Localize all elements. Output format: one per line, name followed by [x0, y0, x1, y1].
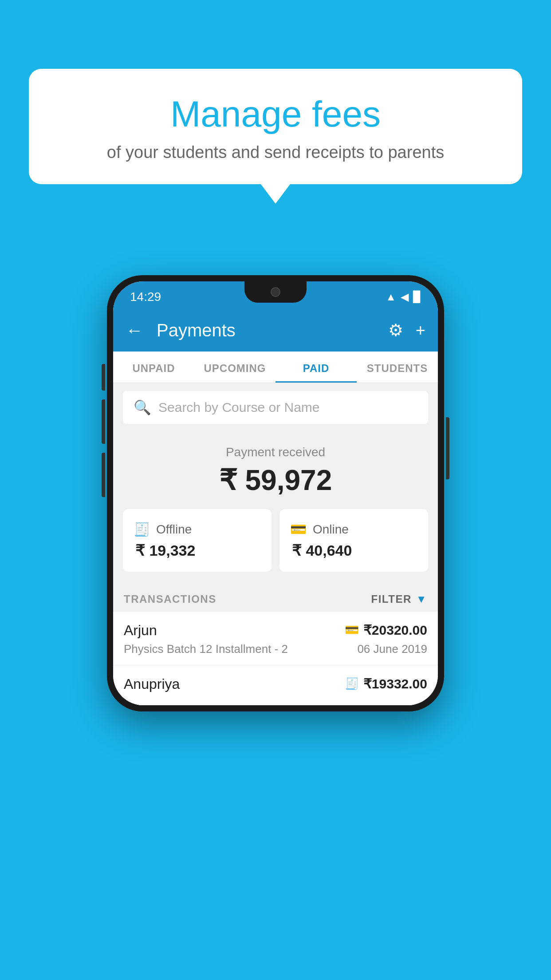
transaction-name: Arjun	[124, 622, 157, 639]
online-icon: 💳	[290, 522, 307, 537]
back-button[interactable]: ←	[126, 320, 143, 340]
side-button-1	[102, 364, 105, 391]
payment-amount: ₹ 59,972	[113, 464, 438, 497]
online-amount: ₹ 40,640	[290, 541, 417, 559]
offline-label: Offline	[156, 522, 192, 537]
offline-card-header: 🧾 Offline	[134, 522, 261, 537]
payment-label: Payment received	[113, 445, 438, 459]
payment-type-icon: 🧾	[345, 677, 359, 691]
filter-label: FILTER	[371, 593, 412, 605]
transaction-amount: ₹20320.00	[363, 622, 427, 638]
offline-icon: 🧾	[134, 522, 150, 537]
add-icon[interactable]: +	[416, 321, 425, 340]
payment-summary: Payment received ₹ 59,972	[113, 432, 438, 509]
side-button-2	[102, 399, 105, 444]
phone-wrapper: 14:29 ▲ ◀ ▉ ← Payments ⚙ + UNPAID UPCO	[107, 275, 444, 711]
transaction-course: Physics Batch 12 Installment - 2	[124, 642, 288, 656]
transactions-label: TRANSACTIONS	[124, 593, 216, 605]
settings-icon[interactable]: ⚙	[388, 320, 403, 340]
tab-students[interactable]: STUDENTS	[357, 352, 438, 383]
app-title: Payments	[157, 320, 379, 340]
online-card-header: 💳 Online	[290, 522, 417, 537]
offline-amount: ₹ 19,332	[134, 541, 261, 559]
transaction-row-top: Arjun 💳 ₹20320.00	[124, 622, 427, 639]
phone-screen: 14:29 ▲ ◀ ▉ ← Payments ⚙ + UNPAID UPCO	[113, 281, 438, 705]
offline-card: 🧾 Offline ₹ 19,332	[123, 509, 272, 572]
filter-icon: ▼	[416, 593, 427, 605]
side-button-3	[102, 453, 105, 497]
table-row[interactable]: Anupriya 🧾 ₹19332.00	[113, 665, 438, 705]
app-bar-icons: ⚙ +	[388, 320, 425, 340]
status-icons: ▲ ◀ ▉	[386, 291, 421, 303]
online-label: Online	[313, 522, 349, 537]
search-container: 🔍 Search by Course or Name	[113, 383, 438, 432]
payment-cards: 🧾 Offline ₹ 19,332 💳 Online ₹ 40,640	[113, 509, 438, 584]
online-card: 💳 Online ₹ 40,640	[279, 509, 428, 572]
app-bar: ← Payments ⚙ +	[113, 309, 438, 352]
transaction-amount: ₹19332.00	[363, 676, 427, 692]
search-box[interactable]: 🔍 Search by Course or Name	[123, 391, 428, 424]
signal-icon: ◀	[401, 291, 409, 303]
transaction-amount-area: 🧾 ₹19332.00	[345, 676, 427, 692]
status-time: 14:29	[130, 290, 161, 304]
speech-bubble-container: Manage fees of your students and send re…	[29, 69, 522, 184]
table-row[interactable]: Arjun 💳 ₹20320.00 Physics Batch 12 Insta…	[113, 612, 438, 665]
battery-icon: ▉	[413, 291, 421, 303]
tab-upcoming[interactable]: UPCOMING	[194, 352, 276, 383]
transaction-date: 06 June 2019	[357, 642, 427, 656]
transaction-name: Anupriya	[124, 676, 180, 692]
camera-dot	[271, 287, 280, 297]
transaction-row-top: Anupriya 🧾 ₹19332.00	[124, 676, 427, 692]
speech-bubble: Manage fees of your students and send re…	[29, 69, 522, 184]
search-icon: 🔍	[134, 399, 151, 416]
bubble-title: Manage fees	[55, 93, 496, 135]
tabs-bar: UNPAID UPCOMING PAID STUDENTS	[113, 352, 438, 383]
transaction-row-bottom: Physics Batch 12 Installment - 2 06 June…	[124, 642, 427, 656]
transaction-list: Arjun 💳 ₹20320.00 Physics Batch 12 Insta…	[113, 612, 438, 705]
search-input[interactable]: Search by Course or Name	[158, 400, 320, 415]
tab-unpaid[interactable]: UNPAID	[113, 352, 194, 383]
side-button-right	[446, 417, 449, 479]
phone-notch	[244, 281, 307, 303]
wifi-icon: ▲	[386, 291, 396, 303]
transactions-header: TRANSACTIONS FILTER ▼	[113, 584, 438, 612]
bubble-subtitle: of your students and send receipts to pa…	[55, 143, 496, 162]
tab-paid[interactable]: PAID	[276, 352, 357, 383]
filter-area[interactable]: FILTER ▼	[371, 593, 427, 605]
phone-frame: 14:29 ▲ ◀ ▉ ← Payments ⚙ + UNPAID UPCO	[107, 275, 444, 711]
payment-type-icon: 💳	[345, 623, 359, 637]
transaction-amount-area: 💳 ₹20320.00	[345, 622, 427, 638]
